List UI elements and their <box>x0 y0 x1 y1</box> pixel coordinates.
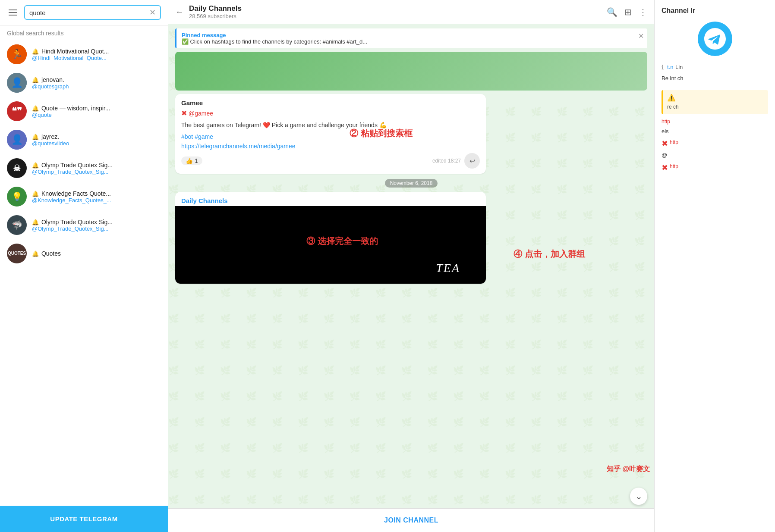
search-item-name: 🔔 jenovan. <box>32 76 161 83</box>
search-item-name: 🔔 Olymp Trade Quotex Sig... <box>32 162 161 169</box>
header-actions: 🔍 ⊞ ⋮ <box>607 7 647 17</box>
search-result-item[interactable]: ❝❞ 🔔 Quote — wisdom, inspir... @quote <box>0 97 168 125</box>
message-meta: edited 18:27 ↩ <box>432 153 480 169</box>
info-text: Lin <box>675 64 683 70</box>
search-item-name: 🔔 Quotes <box>32 250 161 257</box>
pinned-title: Pinned message <box>182 32 367 38</box>
card-sender: Daily Channels <box>181 197 480 204</box>
warning-text: re ch <box>667 103 764 111</box>
red-star-icon: ✖ <box>662 139 668 148</box>
search-item-name: 🔔 Hindi Motivational Quot... <box>32 48 161 55</box>
card-header: Daily Channels <box>175 192 486 206</box>
search-item-name: 🔔 Knowledge Facts Quote... <box>32 190 161 197</box>
telegram-logo <box>698 22 732 56</box>
global-search-label: Global search results <box>0 25 168 40</box>
left-header: ✕ <box>0 0 168 25</box>
search-item-handle: @Olymp_Trade_Quotex_Sig... <box>32 169 161 175</box>
channel-subscribers: 28,569 subscribers <box>189 13 602 19</box>
search-item-name: 🔔 jayrez. <box>32 133 161 140</box>
avatar: 👤 <box>7 73 27 93</box>
warning-icon: ⚠️ <box>667 94 764 102</box>
search-icon-button[interactable]: 🔍 <box>607 7 617 17</box>
left-panel: ✕ Global search results 🏃 🔔 Hindi Motiva… <box>0 0 168 532</box>
search-item-info: 🔔 Olymp Trade Quotex Sig... @Olymp_Trade… <box>32 219 161 232</box>
handle-icon: ✖ <box>181 109 187 117</box>
pinned-message: Pinned message ✅ Click on hashtags to fi… <box>175 28 647 48</box>
search-item-handle: @Knowledge_Facts_Quotes_... <box>32 197 161 203</box>
info-row-link: ℹ t.n Lin <box>662 63 768 72</box>
search-result-item[interactable]: 🏃 🔔 Hindi Motivational Quot... @Hindi_Mo… <box>0 40 168 69</box>
search-item-handle: @quote <box>32 112 161 118</box>
message-footer: 👍 1 edited 18:27 ↩ <box>181 153 480 169</box>
desc-text: Be int ch <box>662 74 684 83</box>
search-input[interactable] <box>29 9 146 16</box>
message-handle: ✖ @gamee <box>181 109 480 117</box>
search-item-info: 🔔 Quote — wisdom, inspir... @quote <box>32 105 161 118</box>
search-item-info: 🔔 Hindi Motivational Quot... @Hindi_Moti… <box>32 48 161 61</box>
channel-banner <box>175 52 647 91</box>
search-result-item[interactable]: 👤 🔔 jayrez. @quotesviideo <box>0 125 168 154</box>
search-result-item[interactable]: 👤 🔔 jenovan. @quotesgraph <box>0 69 168 97</box>
info-icon: ℹ <box>662 64 664 71</box>
search-item-handle: @quotesviideo <box>32 140 161 147</box>
pinned-close-button[interactable]: ✕ <box>638 32 644 40</box>
right-panel-title: Channel Ir <box>662 7 768 15</box>
columns-icon-button[interactable]: ⊞ <box>624 7 632 17</box>
avatar: 🦈 <box>7 215 27 235</box>
join-bar: JOIN CHANNEL <box>168 508 654 532</box>
svg-text:👤: 👤 <box>11 134 23 145</box>
handle-text: @gamee <box>189 110 213 117</box>
middle-panel: ← Daily Channels 28,569 subscribers 🔍 ⊞ … <box>168 0 654 532</box>
search-result-item[interactable]: 🦈 🔔 Olymp Trade Quotex Sig... @Olymp_Tra… <box>0 211 168 239</box>
search-result-item[interactable]: 💡 🔔 Knowledge Facts Quote... @Knowledge_… <box>0 182 168 211</box>
card-image-text: TEA <box>436 261 460 275</box>
share-button[interactable]: ↩ <box>464 153 480 169</box>
pinned-content: Pinned message ✅ Click on hashtags to fi… <box>182 32 367 45</box>
channel-link[interactable]: t.n <box>667 64 673 70</box>
update-telegram-button[interactable]: UPDATE TELEGRAM <box>0 506 168 532</box>
right-link-row-2: ✖ http <box>662 163 768 172</box>
red-link-3[interactable]: http <box>670 163 678 169</box>
search-item-name: 🔔 Olymp Trade Quotex Sig... <box>32 219 161 225</box>
more-options-button[interactable]: ⋮ <box>639 7 647 17</box>
info-row-desc: Be int ch <box>662 74 768 83</box>
date-divider: November 6, 2018 <box>175 179 647 187</box>
search-item-name: 🔔 Quote — wisdom, inspir... <box>32 105 161 112</box>
search-result-item[interactable]: ☠ 🔔 Olymp Trade Quotex Sig... @Olymp_Tra… <box>0 154 168 182</box>
red-star-icon-2: ✖ <box>662 163 668 172</box>
search-results: 🏃 🔔 Hindi Motivational Quot... @Hindi_Mo… <box>0 40 168 506</box>
back-button[interactable]: ← <box>175 7 184 17</box>
red-link-2[interactable]: http <box>670 139 678 145</box>
chat-area: Pinned message ✅ Click on hashtags to fi… <box>168 24 654 508</box>
message-text: The best games on Telegram! ❤️ Pick a ga… <box>181 121 480 130</box>
scroll-down-button[interactable]: ⌄ <box>630 488 647 505</box>
menu-button[interactable] <box>7 8 19 17</box>
avatar: 🏃 <box>7 44 27 64</box>
channel-title: Daily Channels <box>189 4 602 13</box>
at-text: @ <box>662 151 768 160</box>
join-channel-button[interactable]: JOIN CHANNEL <box>384 516 438 524</box>
svg-text:👤: 👤 <box>11 77 23 88</box>
search-item-info: 🔔 Olymp Trade Quotex Sig... @Olymp_Trade… <box>32 162 161 175</box>
search-box: ✕ <box>24 5 161 20</box>
message-time: edited 18:27 <box>432 158 461 164</box>
avatar: 👤 <box>7 130 27 150</box>
zhihu-text: 知乎 @叶赛文 <box>607 465 650 474</box>
red-link-1[interactable]: http <box>662 119 768 125</box>
right-panel: Channel Ir ℹ t.n Lin Be int ch ⚠️ re ch … <box>654 0 775 532</box>
search-item-handle: @Olymp_Trade_Quotex_Sig... <box>32 225 161 232</box>
message-reaction[interactable]: 👍 1 <box>181 156 202 165</box>
annotation-click: ④ 点击，加入群组 <box>514 248 585 260</box>
date-label: November 6, 2018 <box>385 179 438 188</box>
message-link[interactable]: https://telegramchannels.me/media/gamee <box>181 143 480 150</box>
pinned-text: ✅ Click on hashtags to find the channels… <box>182 38 367 45</box>
channel-info: Daily Channels 28,569 subscribers <box>189 4 602 19</box>
info-section: ℹ t.n Lin Be int ch <box>662 63 768 85</box>
card-image: TEA <box>175 206 486 284</box>
telegram-icon <box>704 28 726 50</box>
search-item-info: 🔔 jayrez. @quotesviideo <box>32 133 161 147</box>
search-clear-button[interactable]: ✕ <box>149 9 156 16</box>
svg-text:🏃: 🏃 <box>11 48 23 60</box>
info-content: t.n Lin <box>667 63 683 72</box>
search-result-item[interactable]: QUOTES 🔔 Quotes <box>0 239 168 268</box>
